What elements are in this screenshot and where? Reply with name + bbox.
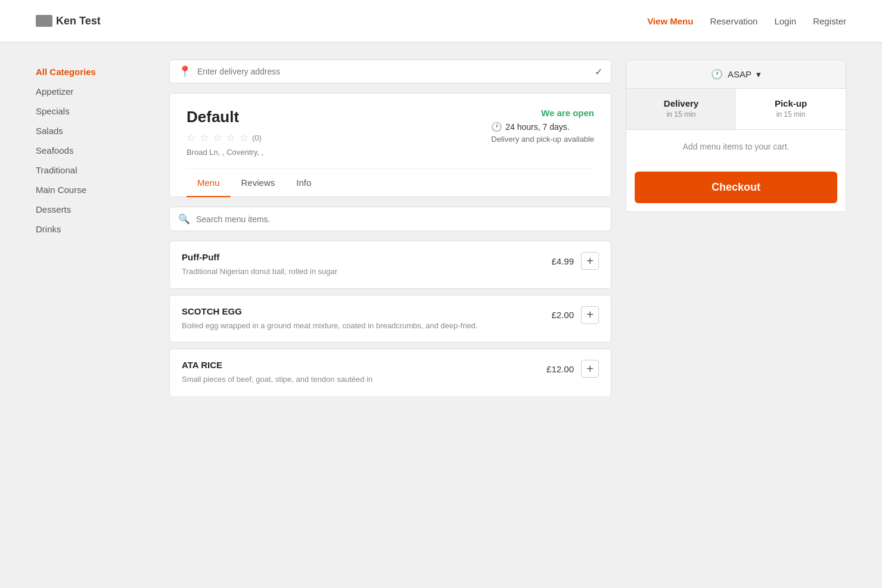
delivery-tab[interactable]: Delivery in 15 min: [626, 89, 736, 129]
restaurant-header: Default ☆ ☆ ☆ ☆ ☆ (0) Broad Ln, , Covent…: [187, 108, 594, 157]
delivery-tab-sub: in 15 min: [636, 110, 726, 119]
tab-reviews[interactable]: Reviews: [231, 169, 286, 197]
tab-menu[interactable]: Menu: [187, 169, 231, 197]
menu-item-desc-ata-rice: Small pieces of beef, goat, stipe, and t…: [182, 374, 537, 385]
menu-item-name-puff-puff: Puff-Puff: [182, 252, 542, 262]
restaurant-name: Default: [187, 108, 263, 126]
add-scotch-egg-button[interactable]: +: [581, 306, 599, 324]
sidebar-item-all-categories[interactable]: All Categories: [36, 62, 155, 82]
menu-item-info-scotch-egg: SCOTCH EGG Boiled egg wrapped in a groun…: [182, 306, 551, 332]
address-bar: 📍 ✓: [169, 60, 611, 83]
rating-count: (0): [252, 133, 262, 142]
search-icon: 🔍: [178, 213, 190, 225]
asap-label: ASAP: [728, 69, 751, 79]
star-5: ☆: [239, 131, 249, 144]
header: Ken Test View Menu Reservation Login Reg…: [0, 0, 882, 42]
cart-empty-message: Add menu items to your cart.: [626, 130, 846, 163]
menu-item-right-puff-puff: £4.99 +: [551, 252, 599, 270]
menu-item-info-puff-puff: Puff-Puff Traditional Nigerian donut bal…: [182, 252, 551, 278]
restaurant-info: Default ☆ ☆ ☆ ☆ ☆ (0) Broad Ln, , Covent…: [187, 108, 263, 157]
star-1: ☆: [187, 131, 196, 144]
menu-item-price-ata-rice: £12.00: [546, 364, 574, 374]
center-panel: 📍 ✓ Default ☆ ☆ ☆ ☆ ☆ (0) Broad Ln, , Co: [169, 60, 611, 402]
menu-item-price-puff-puff: £4.99: [551, 256, 574, 266]
checkout-button[interactable]: Checkout: [635, 172, 837, 203]
menu-item-scotch-egg: SCOTCH EGG Boiled egg wrapped in a groun…: [169, 295, 611, 343]
logo-icon: [36, 15, 52, 27]
sidebar: All Categories Appetizer Specials Salads…: [36, 60, 155, 402]
menu-item-desc-scotch-egg: Boiled egg wrapped in a ground meat mixt…: [182, 320, 542, 332]
sidebar-item-salads[interactable]: Salads: [36, 121, 155, 141]
menu-item-name-ata-rice: ATA RICE: [182, 360, 537, 370]
nav-reservation[interactable]: Reservation: [710, 16, 757, 26]
restaurant-rating: ☆ ☆ ☆ ☆ ☆ (0): [187, 131, 263, 144]
nav-register[interactable]: Register: [813, 16, 846, 26]
pickup-tab-sub: in 15 min: [746, 110, 836, 119]
asap-dropdown-icon: ▾: [756, 69, 761, 80]
restaurant-tabs: Menu Reviews Info: [187, 169, 594, 197]
cart-card: 🕐 ASAP ▾ Delivery in 15 min Pick-up in 1…: [626, 60, 846, 212]
search-input[interactable]: [196, 214, 603, 224]
delivery-note: Delivery and pick-up available: [491, 135, 594, 144]
search-bar: 🔍: [169, 207, 611, 231]
open-hours: 🕐 24 hours, 7 days.: [491, 122, 594, 132]
add-puff-puff-button[interactable]: +: [581, 252, 599, 270]
star-3: ☆: [213, 131, 222, 144]
sidebar-item-specials[interactable]: Specials: [36, 101, 155, 121]
delivery-address-input[interactable]: [197, 67, 589, 76]
asap-bar[interactable]: 🕐 ASAP ▾: [626, 60, 846, 89]
pickup-tab[interactable]: Pick-up in 15 min: [736, 89, 846, 129]
menu-item-right-scotch-egg: £2.00 +: [551, 306, 599, 324]
clock-icon-asap: 🕐: [711, 69, 723, 80]
nav-view-menu[interactable]: View Menu: [647, 16, 693, 26]
menu-item-name-scotch-egg: SCOTCH EGG: [182, 306, 542, 316]
pickup-tab-label: Pick-up: [746, 98, 836, 108]
cart-panel: 🕐 ASAP ▾ Delivery in 15 min Pick-up in 1…: [626, 60, 846, 402]
restaurant-card: Default ☆ ☆ ☆ ☆ ☆ (0) Broad Ln, , Covent…: [169, 93, 611, 197]
sidebar-item-drinks[interactable]: Drinks: [36, 219, 155, 239]
nav-login[interactable]: Login: [774, 16, 796, 26]
menu-section: Puff-Puff Traditional Nigerian donut bal…: [169, 241, 611, 402]
sidebar-item-desserts[interactable]: Desserts: [36, 200, 155, 219]
open-hours-text: 24 hours, 7 days.: [505, 122, 569, 132]
clock-icon: 🕐: [491, 122, 502, 132]
menu-item-desc-puff-puff: Traditional Nigerian donut ball, rolled …: [182, 266, 542, 278]
open-label: We are open: [491, 108, 594, 118]
main-nav: View Menu Reservation Login Register: [647, 16, 846, 26]
star-4: ☆: [226, 131, 235, 144]
location-icon: 📍: [178, 65, 191, 78]
menu-item-ata-rice: ATA RICE Small pieces of beef, goat, sti…: [169, 349, 611, 396]
sidebar-item-appetizer[interactable]: Appetizer: [36, 82, 155, 101]
logo: Ken Test: [36, 15, 101, 27]
tab-info[interactable]: Info: [285, 169, 322, 197]
menu-item-right-ata-rice: £12.00 +: [546, 360, 599, 378]
restaurant-address: Broad Ln, , Coventry, ,: [187, 148, 263, 157]
delivery-tab-label: Delivery: [636, 98, 726, 108]
menu-item-info-ata-rice: ATA RICE Small pieces of beef, goat, sti…: [182, 360, 546, 385]
menu-item-puff-puff: Puff-Puff Traditional Nigerian donut bal…: [169, 241, 611, 289]
add-ata-rice-button[interactable]: +: [581, 360, 599, 378]
sidebar-item-traditional[interactable]: Traditional: [36, 160, 155, 180]
restaurant-status: We are open 🕐 24 hours, 7 days. Delivery…: [491, 108, 594, 144]
check-icon[interactable]: ✓: [595, 66, 603, 77]
main-layout: All Categories Appetizer Specials Salads…: [0, 42, 882, 420]
menu-item-price-scotch-egg: £2.00: [551, 310, 574, 320]
delivery-pickup-tabs: Delivery in 15 min Pick-up in 15 min: [626, 89, 846, 130]
logo-text: Ken Test: [56, 15, 101, 27]
star-2: ☆: [200, 131, 209, 144]
sidebar-item-main-course[interactable]: Main Course: [36, 180, 155, 200]
sidebar-item-seafoods[interactable]: Seafoods: [36, 141, 155, 160]
